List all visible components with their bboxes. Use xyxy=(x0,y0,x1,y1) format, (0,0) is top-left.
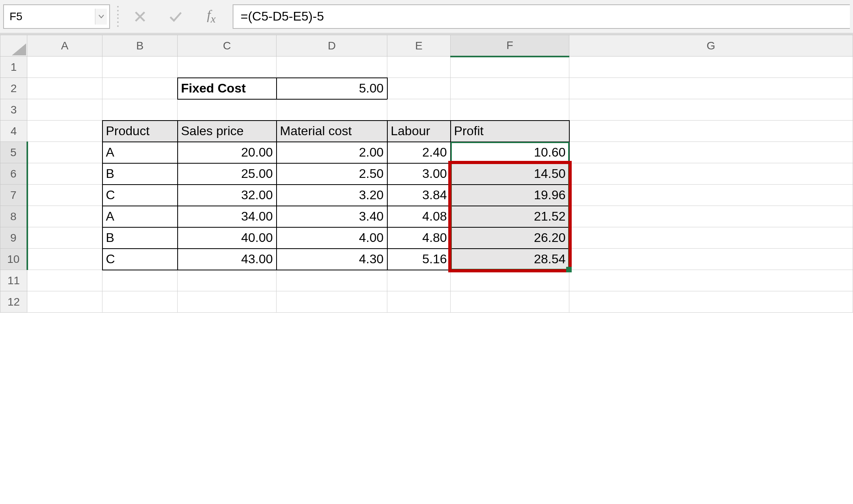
cell-G7[interactable] xyxy=(569,185,853,206)
cell-E6[interactable]: 3.00 xyxy=(387,163,451,185)
cell-E12[interactable] xyxy=(387,291,451,313)
cell-D8[interactable]: 3.40 xyxy=(277,206,387,227)
cell-B7[interactable]: C xyxy=(102,185,178,206)
cell-B5[interactable]: A xyxy=(102,142,178,163)
cell-D12[interactable] xyxy=(277,291,387,313)
cell-D2[interactable]: 5.00 xyxy=(277,78,387,99)
cell-C6[interactable]: 25.00 xyxy=(178,163,277,185)
row-header-12[interactable]: 12 xyxy=(0,291,27,313)
row-header-5[interactable]: 5 xyxy=(0,142,27,163)
cell-C12[interactable] xyxy=(178,291,277,313)
cell-A1[interactable] xyxy=(27,57,102,78)
row-header-6[interactable]: 6 xyxy=(0,163,27,185)
cell-C11[interactable] xyxy=(178,270,277,291)
cell-F3[interactable] xyxy=(451,99,569,121)
cell-A11[interactable] xyxy=(27,270,102,291)
row-header-3[interactable]: 3 xyxy=(0,99,27,121)
cell-D6[interactable]: 2.50 xyxy=(277,163,387,185)
cell-G9[interactable] xyxy=(569,227,853,249)
col-header-B[interactable]: B xyxy=(102,35,178,57)
select-all-corner[interactable] xyxy=(0,35,27,57)
cell-G12[interactable] xyxy=(569,291,853,313)
cell-D9[interactable]: 4.00 xyxy=(277,227,387,249)
cell-E11[interactable] xyxy=(387,270,451,291)
row-header-9[interactable]: 9 xyxy=(0,227,27,249)
cell-G6[interactable] xyxy=(569,163,853,185)
cell-B3[interactable] xyxy=(102,99,178,121)
cell-F6[interactable]: 14.50 xyxy=(451,163,569,185)
cell-F7[interactable]: 19.96 xyxy=(451,185,569,206)
cell-A6[interactable] xyxy=(27,163,102,185)
cell-A10[interactable] xyxy=(27,249,102,270)
cell-G1[interactable] xyxy=(569,57,853,78)
cell-B12[interactable] xyxy=(102,291,178,313)
cell-C1[interactable] xyxy=(178,57,277,78)
cell-E5[interactable]: 2.40 xyxy=(387,142,451,163)
cell-D1[interactable] xyxy=(277,57,387,78)
col-header-E[interactable]: E xyxy=(387,35,451,57)
cell-D5[interactable]: 2.00 xyxy=(277,142,387,163)
cell-B2[interactable] xyxy=(102,78,178,99)
cell-C5[interactable]: 20.00 xyxy=(178,142,277,163)
col-header-F[interactable]: F xyxy=(451,35,569,57)
cell-F12[interactable] xyxy=(451,291,569,313)
cell-F4[interactable]: Profit xyxy=(451,121,569,142)
insert-function-button[interactable]: fx xyxy=(197,5,226,28)
cell-C4[interactable]: Sales price xyxy=(178,121,277,142)
col-header-A[interactable]: A xyxy=(27,35,102,57)
cell-G2[interactable] xyxy=(569,78,853,99)
cell-A4[interactable] xyxy=(27,121,102,142)
row-header-1[interactable]: 1 xyxy=(0,57,27,78)
cell-E3[interactable] xyxy=(387,99,451,121)
cell-D11[interactable] xyxy=(277,270,387,291)
cell-B10[interactable]: C xyxy=(102,249,178,270)
cell-F5[interactable]: 10.60 xyxy=(451,142,569,163)
cell-E7[interactable]: 3.84 xyxy=(387,185,451,206)
cell-G11[interactable] xyxy=(569,270,853,291)
cell-E2[interactable] xyxy=(387,78,451,99)
cell-A7[interactable] xyxy=(27,185,102,206)
cell-B11[interactable] xyxy=(102,270,178,291)
cell-G3[interactable] xyxy=(569,99,853,121)
enter-button[interactable] xyxy=(161,5,190,28)
cell-F8[interactable]: 21.52 xyxy=(451,206,569,227)
col-header-D[interactable]: D xyxy=(277,35,387,57)
cell-A8[interactable] xyxy=(27,206,102,227)
cell-B6[interactable]: B xyxy=(102,163,178,185)
cell-A5[interactable] xyxy=(27,142,102,163)
cell-A12[interactable] xyxy=(27,291,102,313)
cell-A2[interactable] xyxy=(27,78,102,99)
cell-D4[interactable]: Material cost xyxy=(277,121,387,142)
cell-C2[interactable]: Fixed Cost xyxy=(178,78,277,99)
row-header-11[interactable]: 11 xyxy=(0,270,27,291)
cell-D7[interactable]: 3.20 xyxy=(277,185,387,206)
cell-B8[interactable]: A xyxy=(102,206,178,227)
cancel-button[interactable] xyxy=(126,5,154,28)
cell-F10[interactable]: 28.54 xyxy=(451,249,569,270)
cell-E4[interactable]: Labour xyxy=(387,121,451,142)
cell-G5[interactable] xyxy=(569,142,853,163)
cell-F2[interactable] xyxy=(451,78,569,99)
formula-input[interactable]: =(C5-D5-E5)-5 xyxy=(233,4,850,29)
cell-C3[interactable] xyxy=(178,99,277,121)
row-header-4[interactable]: 4 xyxy=(0,121,27,142)
cell-A9[interactable] xyxy=(27,227,102,249)
row-header-7[interactable]: 7 xyxy=(0,185,27,206)
cell-D10[interactable]: 4.30 xyxy=(277,249,387,270)
cell-G8[interactable] xyxy=(569,206,853,227)
cell-G4[interactable] xyxy=(569,121,853,142)
cell-G10[interactable] xyxy=(569,249,853,270)
cell-F11[interactable] xyxy=(451,270,569,291)
cell-E8[interactable]: 4.08 xyxy=(387,206,451,227)
row-header-8[interactable]: 8 xyxy=(0,206,27,227)
cell-D3[interactable] xyxy=(277,99,387,121)
cell-A3[interactable] xyxy=(27,99,102,121)
row-header-10[interactable]: 10 xyxy=(0,249,27,270)
col-header-C[interactable]: C xyxy=(178,35,277,57)
name-box[interactable]: F5 xyxy=(3,4,110,29)
cell-F1[interactable] xyxy=(451,57,569,78)
col-header-G[interactable]: G xyxy=(569,35,853,57)
name-box-dropdown[interactable] xyxy=(95,9,107,25)
cell-C7[interactable]: 32.00 xyxy=(178,185,277,206)
cell-C9[interactable]: 40.00 xyxy=(178,227,277,249)
